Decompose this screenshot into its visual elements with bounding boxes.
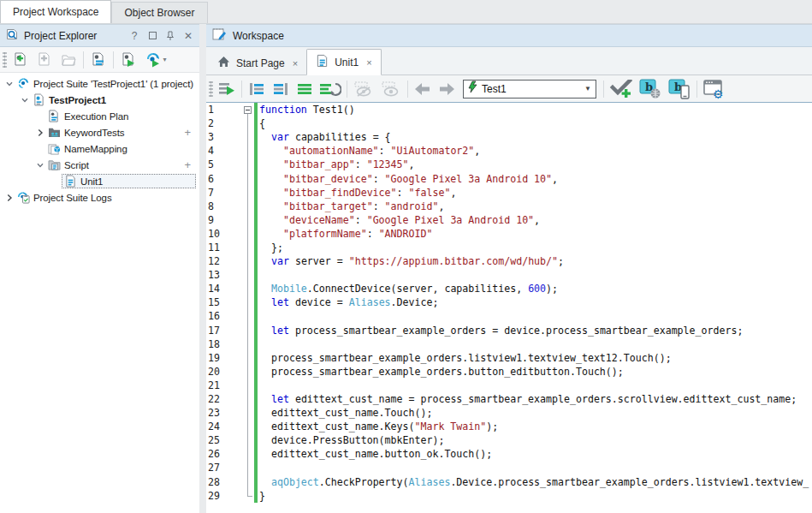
open-item-icon[interactable] bbox=[57, 50, 80, 70]
toolbar-separator bbox=[696, 81, 697, 98]
code-line[interactable]: 18 bbox=[206, 337, 812, 351]
code-line[interactable]: 11 }; bbox=[206, 241, 812, 254]
tree-item-unit1[interactable]: Unit1 bbox=[0, 173, 199, 189]
chevron-down-icon[interactable] bbox=[19, 94, 31, 106]
panel-splitter[interactable] bbox=[199, 24, 206, 513]
add-item-plus-icon[interactable]: + bbox=[185, 158, 197, 171]
chevron-down-icon[interactable] bbox=[3, 78, 15, 90]
code-line[interactable]: 10 "platformName": "ANDROID" bbox=[206, 227, 812, 241]
tree-item-label: Unit1 bbox=[78, 176, 105, 188]
change-bar bbox=[254, 241, 258, 254]
line-number: 25 bbox=[206, 434, 223, 446]
show-code-icon[interactable] bbox=[378, 79, 404, 99]
code-line[interactable]: 15 let device = Aliases.Device; bbox=[206, 295, 812, 309]
line-number: 9 bbox=[206, 214, 223, 226]
tab-unit1[interactable]: Unit1 × bbox=[306, 49, 381, 75]
code-line[interactable]: 29} bbox=[206, 489, 812, 503]
back-icon[interactable] bbox=[412, 79, 434, 99]
tree-item-namemapping[interactable]: NameMapping bbox=[0, 140, 199, 157]
tab-label: Object Browser bbox=[124, 7, 194, 19]
close-icon[interactable]: ✕ bbox=[182, 30, 194, 42]
help-icon[interactable]: ? bbox=[128, 30, 140, 42]
add-project-icon[interactable] bbox=[9, 50, 32, 70]
code-line[interactable]: 2{ bbox=[206, 116, 812, 130]
toolbar-grip[interactable] bbox=[3, 52, 7, 68]
fold-line bbox=[244, 379, 252, 392]
tree-item-execution-plan[interactable]: Execution Plan bbox=[0, 108, 199, 124]
code-line[interactable]: 6 "bitbar_device": "Google Pixel 3a Andr… bbox=[206, 171, 812, 185]
chevron-down-icon[interactable] bbox=[34, 159, 46, 171]
code-line[interactable]: 1function Test1() bbox=[206, 103, 812, 116]
change-bar bbox=[254, 186, 258, 200]
code-line[interactable]: 14 Mobile.ConnectDevice(server, capabili… bbox=[206, 282, 812, 295]
bitbar-web-icon[interactable]: b bbox=[637, 79, 664, 99]
keyword-icon bbox=[46, 126, 62, 139]
fold-line bbox=[244, 337, 252, 351]
change-bar bbox=[254, 433, 258, 447]
code-text: let device = Aliases.Device; bbox=[259, 296, 812, 308]
code-text: function Test1() bbox=[259, 104, 812, 116]
code-line[interactable]: 23 edittext_cust_name.Touch(); bbox=[206, 406, 812, 420]
format-lines-icon[interactable] bbox=[293, 79, 316, 99]
line-number: 14 bbox=[206, 283, 223, 295]
close-tab-icon[interactable]: × bbox=[293, 58, 298, 69]
tree-item-project-suite-testproject1-1-project[interactable]: Project Suite 'TestProject1' (1 project) bbox=[0, 75, 199, 92]
routine-selector[interactable]: Test1 ▼ bbox=[463, 80, 596, 98]
toolbar-separator bbox=[83, 51, 84, 69]
code-line[interactable]: 27 bbox=[206, 461, 812, 474]
toolbar-grip[interactable] bbox=[209, 81, 213, 97]
fold-collapse-icon[interactable] bbox=[244, 103, 252, 116]
execution-plan-icon[interactable] bbox=[87, 50, 110, 70]
code-line[interactable]: 16 bbox=[206, 309, 812, 323]
code-line[interactable]: 25 device.PressButton(mbkEnter); bbox=[206, 433, 812, 447]
chevron-right-icon[interactable] bbox=[3, 192, 15, 204]
code-line[interactable]: 5 "bitbar_app": "12345", bbox=[206, 158, 812, 171]
run-project-icon[interactable] bbox=[117, 50, 139, 70]
tab-object-browser[interactable]: Object Browser bbox=[111, 2, 207, 23]
fold-line bbox=[244, 171, 252, 185]
indent-right-icon[interactable] bbox=[270, 79, 292, 99]
code-line[interactable]: 13 bbox=[206, 268, 812, 282]
indent-left-icon[interactable] bbox=[246, 79, 268, 99]
code-line[interactable]: 21 bbox=[206, 379, 812, 392]
plan-icon bbox=[46, 110, 62, 122]
code-line[interactable]: 17 let process_smartbear_example_orders … bbox=[206, 324, 812, 337]
tab-start-page[interactable]: Start Page × bbox=[209, 51, 306, 75]
selected-item-highlight: Unit1 bbox=[62, 174, 196, 188]
code-line[interactable]: 3 var capabilities = { bbox=[206, 130, 812, 144]
tab-project-workspace[interactable]: Project Workspace bbox=[0, 0, 111, 23]
revert-format-icon[interactable] bbox=[317, 79, 343, 99]
run-suite-icon[interactable]: ▾ bbox=[141, 50, 170, 70]
bitbar-device-icon[interactable]: b bbox=[666, 79, 693, 99]
code-line[interactable]: 8 "bitbar_target": "android", bbox=[206, 200, 812, 213]
tree-item-testproject1[interactable]: TestProject1 bbox=[0, 92, 199, 108]
code-line[interactable]: 24 edittext_cust_name.Keys("Mark Twain")… bbox=[206, 420, 812, 433]
code-line[interactable]: 7 "bitbar_findDevice": "false", bbox=[206, 186, 812, 200]
code-line[interactable]: 12 var server = "https://appium.bitbar.c… bbox=[206, 254, 812, 268]
add-item-icon[interactable] bbox=[33, 50, 56, 70]
chevron-right-icon[interactable] bbox=[34, 127, 46, 139]
code-line[interactable]: 26 edittext_cust_name.button_ok.Touch(); bbox=[206, 447, 812, 461]
hide-code-icon[interactable] bbox=[351, 79, 376, 99]
pin-icon[interactable] bbox=[164, 30, 176, 42]
add-item-plus-icon[interactable]: + bbox=[185, 126, 197, 139]
tree-item-project-suite-logs[interactable]: Project Suite Logs bbox=[0, 189, 199, 206]
tree-item-keywordtests[interactable]: KeywordTests+ bbox=[0, 124, 199, 140]
code-line[interactable]: 9 "deviceName": "Google Pixel 3a Android… bbox=[206, 213, 812, 227]
check-syntax-icon[interactable] bbox=[608, 79, 635, 99]
tree-item-script[interactable]: Script+ bbox=[0, 157, 199, 173]
project-explorer-panel: Project Explorer ? ✕ bbox=[0, 24, 199, 513]
editor-settings-icon[interactable]: ⚙ bbox=[701, 79, 730, 99]
forward-icon[interactable] bbox=[436, 79, 458, 99]
code-line[interactable]: 4 "automationName": "UiAutomator2", bbox=[206, 144, 812, 158]
document-icon bbox=[316, 54, 329, 70]
fold-line bbox=[244, 158, 252, 171]
run-routine-icon[interactable] bbox=[216, 79, 238, 99]
code-line[interactable]: 28 aqObject.CheckProperty(Aliases.Device… bbox=[206, 475, 812, 489]
code-line[interactable]: 22 let edittext_cust_name = process_smar… bbox=[206, 392, 812, 406]
code-line[interactable]: 19 process_smartbear_example_orders.list… bbox=[206, 351, 812, 365]
code-editor[interactable]: 1function Test1()2{3 var capabilities = … bbox=[206, 103, 812, 513]
code-line[interactable]: 20 process_smartbear_example_orders.butt… bbox=[206, 365, 812, 379]
close-tab-icon[interactable]: × bbox=[366, 57, 371, 68]
float-icon[interactable] bbox=[146, 30, 158, 42]
